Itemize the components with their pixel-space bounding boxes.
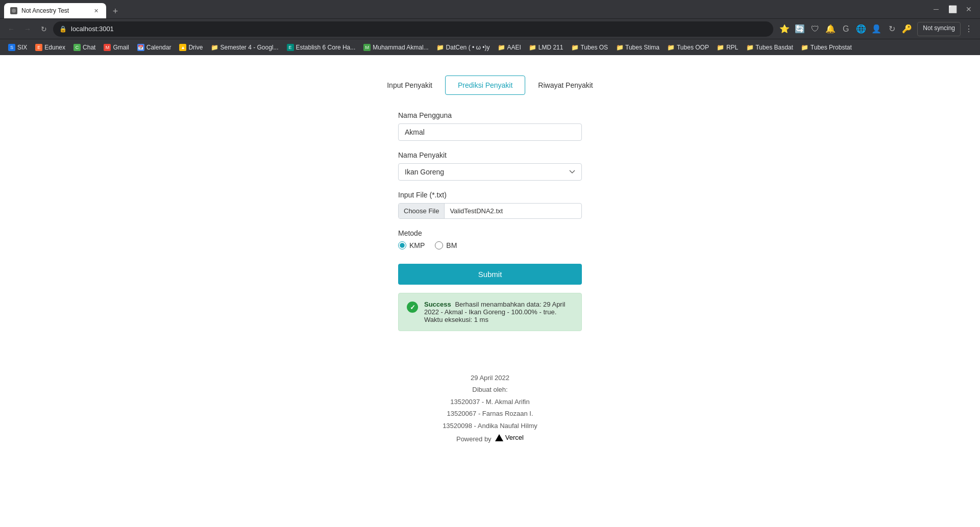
active-tab[interactable]: Not Ancestry Test ✕ (4, 3, 106, 18)
folder-icon: 📁 (498, 44, 505, 51)
success-label: Success (424, 300, 451, 308)
bookmark-semester[interactable]: 📁 Semester 4 - Googl... (207, 41, 282, 54)
success-text-container: Success Berhasil menambahkan data: 29 Ap… (424, 300, 573, 323)
menu-button[interactable]: ⋮ (962, 22, 976, 36)
chat-favicon: C (74, 44, 81, 51)
bookmark-aaei[interactable]: 📁 AAEI (494, 41, 525, 54)
footer-member3: 13520098 - Andika Naufal Hilmy (443, 420, 537, 432)
bookmark-tubes-os[interactable]: 📁 Tubes OS (567, 41, 612, 54)
nama-pengguna-label: Nama Pengguna (398, 111, 582, 119)
bookmark-label: DatCen ( • ω •)y (446, 44, 490, 51)
bookmark-label: SIX (17, 44, 27, 51)
radio-kmp-option[interactable]: KMP (398, 241, 425, 249)
page-content: Input Penyakit Prediksi Penyakit Riwayat… (0, 55, 980, 527)
footer: 29 April 2022 Dibuat oleh: 13520037 - M.… (443, 372, 537, 445)
reload-button[interactable]: ↻ (37, 22, 51, 36)
bookmark-calendar[interactable]: 📅 Calendar (133, 41, 176, 54)
bookmark-rpl[interactable]: 📁 RPL (713, 41, 742, 54)
nav-bar: ← → ↻ 🔒 localhost:3001 ⭐ 🔄 🛡 🔔 G 🌐 👤 ↻ 🔑… (0, 18, 980, 39)
nama-penyakit-select[interactable]: Ikan Goreng (398, 163, 582, 181)
bookmark-label: LMD 211 (538, 44, 564, 51)
shield-icon: 🛡 (808, 22, 822, 36)
bookmark-drive[interactable]: ▲ Drive (175, 41, 207, 54)
radio-kmp-label: KMP (409, 241, 425, 249)
bookmark-tubes-oop[interactable]: 📁 Tubes OOP (664, 41, 713, 54)
metode-options: KMP BM (398, 241, 582, 249)
tab-close-button[interactable]: ✕ (92, 7, 100, 15)
title-bar: Not Ancestry Test ✕ + ─ ⬜ ✕ (0, 0, 980, 18)
tab-riwayat-penyakit[interactable]: Riwayat Penyakit (525, 76, 605, 95)
form-container: Nama Pengguna Nama Penyakit Ikan Goreng … (398, 111, 582, 331)
close-button[interactable]: ✕ (962, 2, 976, 16)
nama-pengguna-input[interactable] (398, 123, 582, 141)
bookmark-gmail[interactable]: M Gmail (100, 41, 133, 54)
address-bar[interactable]: 🔒 localhost:3001 (53, 21, 773, 37)
extensions-button[interactable]: ⭐ (777, 22, 792, 36)
bookmark-edunex[interactable]: E Edunex (31, 41, 69, 54)
bookmark-lmd[interactable]: 📁 LMD 211 (525, 41, 568, 54)
bookmark-label: AAEI (507, 44, 521, 51)
forward-button[interactable]: → (20, 22, 35, 36)
minimize-button[interactable]: ─ (929, 2, 943, 16)
bookmark-label: Drive (188, 44, 203, 51)
footer-powered-by: Powered by Vercel (443, 432, 537, 445)
bookmark-label: Establish 6 Core Ha... (296, 44, 356, 51)
radio-bm-option[interactable]: BM (435, 241, 457, 249)
nav-actions: ⭐ 🔄 🛡 🔔 G 🌐 👤 ↻ 🔑 Not syncing ⋮ (777, 22, 976, 36)
folder-icon: 📁 (211, 44, 218, 51)
nama-penyakit-group: Nama Penyakit Ikan Goreng (398, 151, 582, 181)
back-button[interactable]: ← (4, 22, 18, 36)
bookmark-label: Muhammad Akmal... (373, 44, 428, 51)
bookmark-tubes-probstat[interactable]: 📁 Tubes Probstat (797, 41, 856, 54)
alarm-icon: 🔔 (823, 22, 838, 36)
footer-member2: 13520067 - Farnas Rozaan I. (443, 408, 537, 419)
choose-file-button[interactable]: Choose File (399, 204, 445, 218)
calendar-icon: 📅 (137, 44, 144, 51)
metode-group: Metode KMP BM (398, 229, 582, 249)
metode-label: Metode (398, 229, 582, 237)
refresh-icon: ↻ (885, 22, 899, 36)
radio-bm-label: BM (446, 241, 457, 249)
browser-chrome: Not Ancestry Test ✕ + ─ ⬜ ✕ ← → ↻ 🔒 loca… (0, 0, 980, 55)
success-alert: Success Berhasil menambahkan data: 29 Ap… (398, 293, 582, 331)
bookmark-establish[interactable]: E Establish 6 Core Ha... (283, 41, 360, 54)
bookmark-tubes-basdat[interactable]: 📁 Tubes Basdat (742, 41, 797, 54)
folder-icon: 📁 (571, 44, 578, 51)
nama-penyakit-label: Nama Penyakit (398, 151, 582, 159)
bookmark-label: Tubes Stima (625, 44, 659, 51)
bookmark-muhammad[interactable]: M Muhammad Akmal... (359, 41, 432, 54)
keyring-icon: 🔑 (900, 22, 914, 36)
bookmark-label: Tubes OS (580, 44, 608, 51)
tab-input-penyakit[interactable]: Input Penyakit (374, 76, 445, 95)
bookmark-six[interactable]: S SIX (4, 41, 31, 54)
window-controls: ─ ⬜ ✕ (929, 2, 976, 16)
edunex-icon: E (35, 44, 42, 51)
bookmark-datcen[interactable]: 📁 DatCen ( • ω •)y (433, 41, 494, 54)
bookmark-label: Gmail (113, 44, 129, 51)
gmail-icon: M (104, 44, 111, 51)
radio-kmp-input[interactable] (398, 241, 406, 249)
tab-title: Not Ancestry Test (21, 7, 88, 14)
submit-button[interactable]: Submit (398, 264, 582, 285)
establish-icon: E (287, 44, 294, 51)
bookmark-label: Semester 4 - Googl... (220, 44, 278, 51)
radio-bm-input[interactable] (435, 241, 443, 249)
url-text: localhost:3001 (71, 25, 767, 33)
muhammad-icon: M (363, 44, 371, 51)
bookmark-chat[interactable]: C Chat (69, 41, 100, 54)
svg-point-0 (12, 9, 16, 13)
footer-member1: 13520037 - M. Akmal Arifin (443, 396, 537, 408)
bookmark-tubes-stima[interactable]: 📁 Tubes Stima (612, 41, 664, 54)
maximize-button[interactable]: ⬜ (945, 2, 960, 16)
file-input-wrapper: Choose File ValidTestDNA2.txt (398, 203, 582, 219)
tabs-nav: Input Penyakit Prediksi Penyakit Riwayat… (374, 76, 606, 95)
vercel-triangle-icon (495, 434, 503, 441)
footer-dibuat-oleh: Dibuat oleh: (443, 384, 537, 395)
translate-icon: 🌐 (854, 22, 868, 36)
tab-prediksi-penyakit[interactable]: Prediksi Penyakit (445, 76, 525, 95)
not-syncing-button[interactable]: Not syncing (917, 22, 961, 36)
lock-icon: 🔒 (59, 26, 67, 33)
new-tab-button[interactable]: + (108, 4, 122, 18)
bookmark-label: Chat (83, 44, 95, 51)
bookmark-label: Edunex (44, 44, 65, 51)
